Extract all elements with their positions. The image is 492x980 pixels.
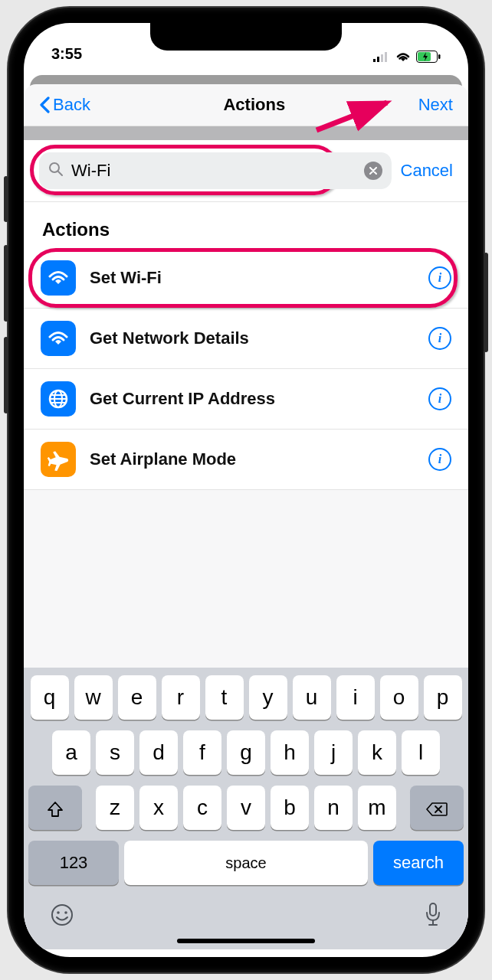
info-icon[interactable]: i bbox=[428, 266, 451, 289]
action-label: Set Airplane Mode bbox=[90, 449, 428, 469]
info-icon[interactable]: i bbox=[428, 327, 451, 350]
svg-rect-3 bbox=[385, 52, 387, 62]
keyboard: qwertyuiop asdfghjkl zxcvbnm 123 space s… bbox=[24, 668, 468, 949]
action-label: Set Wi-Fi bbox=[90, 268, 428, 288]
key-k[interactable]: k bbox=[358, 730, 396, 775]
key-e[interactable]: e bbox=[118, 675, 156, 720]
key-y[interactable]: y bbox=[249, 675, 287, 720]
svg-rect-18 bbox=[430, 903, 436, 916]
power-button bbox=[484, 253, 488, 352]
key-v[interactable]: v bbox=[227, 786, 265, 830]
nav-title: Actions bbox=[223, 95, 285, 115]
action-label: Get Current IP Address bbox=[90, 389, 428, 409]
key-q[interactable]: q bbox=[31, 675, 69, 720]
action-row-set-airplane-mode[interactable]: Set Airplane Mode i bbox=[24, 430, 468, 490]
key-b[interactable]: b bbox=[271, 786, 309, 830]
space-key[interactable]: space bbox=[124, 841, 368, 885]
sheet-gray-band bbox=[24, 126, 468, 140]
search-key[interactable]: search bbox=[373, 841, 464, 885]
key-i[interactable]: i bbox=[336, 675, 375, 720]
key-f[interactable]: f bbox=[183, 730, 221, 775]
key-h[interactable]: h bbox=[271, 730, 309, 775]
key-x[interactable]: x bbox=[139, 786, 178, 830]
section-header-actions: Actions bbox=[24, 202, 468, 248]
svg-point-17 bbox=[64, 911, 67, 914]
svg-rect-0 bbox=[373, 59, 376, 62]
status-time: 3:55 bbox=[51, 45, 82, 63]
action-label: Get Network Details bbox=[90, 328, 428, 348]
key-a[interactable]: a bbox=[52, 730, 90, 775]
search-field[interactable] bbox=[39, 152, 392, 189]
key-c[interactable]: c bbox=[183, 786, 221, 830]
key-n[interactable]: n bbox=[314, 786, 353, 830]
info-icon[interactable]: i bbox=[428, 448, 451, 471]
wifi-icon bbox=[41, 321, 76, 356]
home-indicator[interactable] bbox=[177, 939, 315, 943]
emoji-key[interactable] bbox=[50, 903, 74, 930]
info-icon[interactable]: i bbox=[428, 387, 451, 410]
back-button[interactable]: Back bbox=[39, 95, 90, 115]
nav-bar: Back Actions Next bbox=[24, 84, 468, 126]
svg-point-8 bbox=[50, 163, 59, 172]
key-o[interactable]: o bbox=[380, 675, 418, 720]
key-t[interactable]: t bbox=[205, 675, 244, 720]
key-l[interactable]: l bbox=[402, 730, 440, 775]
svg-rect-6 bbox=[438, 54, 441, 59]
key-d[interactable]: d bbox=[139, 730, 178, 775]
backspace-key[interactable] bbox=[410, 786, 464, 830]
next-label: Next bbox=[418, 95, 453, 115]
silence-switch bbox=[4, 176, 8, 222]
key-w[interactable]: w bbox=[74, 675, 113, 720]
key-r[interactable]: r bbox=[162, 675, 200, 720]
key-s[interactable]: s bbox=[96, 730, 134, 775]
search-row: Cancel bbox=[24, 140, 468, 202]
shift-key[interactable] bbox=[28, 786, 82, 830]
key-j[interactable]: j bbox=[314, 730, 353, 775]
key-p[interactable]: p bbox=[424, 675, 462, 720]
globe-icon bbox=[41, 381, 76, 416]
wifi-icon bbox=[395, 51, 412, 63]
svg-rect-1 bbox=[377, 57, 379, 62]
device-frame: 3:55 Back Actions bbox=[8, 8, 484, 972]
key-u[interactable]: u bbox=[293, 675, 331, 720]
key-g[interactable]: g bbox=[227, 730, 265, 775]
key-m[interactable]: m bbox=[358, 786, 396, 830]
search-icon bbox=[48, 162, 64, 180]
next-button[interactable]: Next bbox=[418, 95, 453, 115]
svg-line-9 bbox=[58, 172, 62, 175]
device-notch bbox=[150, 23, 342, 51]
svg-point-16 bbox=[57, 911, 60, 914]
volume-down-button bbox=[4, 337, 8, 413]
actions-list: Set Wi-Fi i Get Network Details i Get Cu… bbox=[24, 248, 468, 490]
action-row-get-current-ip-address[interactable]: Get Current IP Address i bbox=[24, 369, 468, 430]
dictation-key[interactable] bbox=[424, 902, 442, 931]
clear-text-button[interactable] bbox=[364, 162, 382, 180]
key-z[interactable]: z bbox=[96, 786, 134, 830]
numbers-key[interactable]: 123 bbox=[28, 841, 119, 885]
svg-point-15 bbox=[52, 905, 72, 925]
action-row-get-network-details[interactable]: Get Network Details i bbox=[24, 309, 468, 369]
action-row-set-wifi[interactable]: Set Wi-Fi i bbox=[24, 248, 468, 309]
volume-up-button bbox=[4, 245, 8, 322]
wifi-icon bbox=[41, 260, 76, 296]
airplane-icon bbox=[41, 442, 76, 477]
cellular-signal-icon bbox=[373, 51, 390, 62]
battery-charging-icon bbox=[416, 51, 441, 63]
search-input[interactable] bbox=[70, 160, 364, 181]
svg-rect-2 bbox=[381, 54, 383, 62]
cancel-button[interactable]: Cancel bbox=[401, 161, 453, 181]
modal-sheet: Back Actions Next bbox=[24, 84, 468, 949]
back-label: Back bbox=[53, 95, 90, 115]
